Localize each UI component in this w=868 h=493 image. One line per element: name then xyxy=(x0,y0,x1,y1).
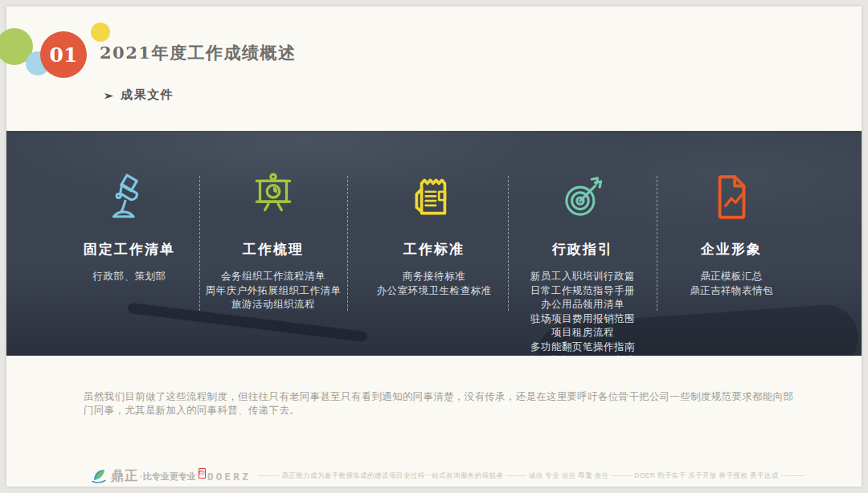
column-item: 办公用品领用清单 xyxy=(506,298,659,312)
brand-name-cn: 鼎正 xyxy=(111,468,138,485)
showcase-column: 行政指引新员工入职培训行政篇日常工作规范指导手册办公用品领用清单驻场项目费用报销… xyxy=(506,171,659,356)
showcase-column: 工作梳理会务组织工作流程清单周年庆户外拓展组织工作清单旅游活动组织流程 xyxy=(197,171,350,312)
column-item: 新员工入职培训行政篇 xyxy=(506,270,659,284)
column-title: 企业形象 xyxy=(655,240,808,259)
decor-circle-yellow xyxy=(91,22,110,42)
column-item: 办公室环境卫生检查标准 xyxy=(358,284,510,299)
slide: 01 2021年度工作成绩概述 ➢ 成果文件 固定工作清单行政部、策划部工作梳理… xyxy=(6,6,862,487)
section-number-badge: 01 xyxy=(40,31,87,78)
column-item-list: 商务接待标准办公室环境卫生检查标准 xyxy=(358,270,510,298)
column-title: 行政指引 xyxy=(506,240,659,259)
arrow-marker-icon: ➢ xyxy=(104,89,114,102)
column-item: 驻场项目费用报销范围 xyxy=(506,312,659,327)
showcase-band: 固定工作清单行政部、策划部工作梳理会务组织工作流程清单周年庆户外拓展组织工作清单… xyxy=(6,131,862,356)
column-item: 打印机扫描、复印方法 xyxy=(506,354,659,356)
column-item: 行政部、策划部 xyxy=(53,270,206,284)
section-heading: ➢ 成果文件 xyxy=(104,88,174,103)
section-heading-label: 成果文件 xyxy=(121,88,174,103)
brand-seal-icon: 印 xyxy=(199,468,206,479)
column-item: 鼎正吉祥物表情包 xyxy=(655,284,808,299)
showcase-column: 企业形象鼎正模板汇总鼎正吉祥物表情包 xyxy=(655,171,808,298)
slide-footer: 鼎正 ·比专业更专业 印 DOERZ -------- 鼎正致力成为基于数据集成… xyxy=(90,466,797,487)
column-title: 工作梳理 xyxy=(197,240,350,259)
presentation-chart-icon xyxy=(247,171,300,226)
column-item: 会务组织工作流程清单 xyxy=(197,270,350,284)
column-item: 日常工作规范指导手册 xyxy=(506,284,659,299)
page-title: 2021年度工作成绩概述 xyxy=(100,42,296,64)
desk-lamp-icon xyxy=(103,171,156,226)
newspaper-icon xyxy=(407,171,461,226)
column-item: 鼎正模板汇总 xyxy=(655,270,808,284)
column-item-list: 行政部、策划部 xyxy=(53,270,206,284)
footer-slogan: -------- 鼎正致力成为基于数据集成的建设项目全过程一站式咨询服务的领航者… xyxy=(259,471,805,481)
column-item: 周年庆户外拓展组织工作清单 xyxy=(197,284,350,299)
column-item-list: 鼎正模板汇总鼎正吉祥物表情包 xyxy=(655,270,808,298)
column-item-list: 新员工入职培训行政篇日常工作规范指导手册办公用品领用清单驻场项目费用报销范围项目… xyxy=(506,270,659,356)
column-item: 项目租房流程 xyxy=(506,326,659,340)
column-title: 工作标准 xyxy=(358,240,510,259)
screenshot-canvas: 01 2021年度工作成绩概述 ➢ 成果文件 固定工作清单行政部、策划部工作梳理… xyxy=(0,0,868,493)
target-dart-icon xyxy=(556,171,609,226)
column-item: 多功能翻页笔操作指南 xyxy=(506,340,659,355)
showcase-column: 工作标准商务接待标准办公室环境卫生检查标准 xyxy=(358,171,510,298)
column-item: 商务接待标准 xyxy=(358,270,510,284)
column-item-list: 会务组织工作流程清单周年庆户外拓展组织工作清单旅游活动组织流程 xyxy=(197,270,350,312)
summary-paragraph: 虽然我们目前做了这些流程制度，但往往只有老同事甚至只有看到通知的同事清楚，没有传… xyxy=(84,390,802,418)
brand-tagline: ·比专业更专业 xyxy=(140,471,196,483)
brand-name-en: DOERZ xyxy=(207,471,251,483)
showcase-column: 固定工作清单行政部、策划部 xyxy=(53,171,206,284)
column-title: 固定工作清单 xyxy=(53,240,206,259)
brand-logo-icon xyxy=(90,467,108,485)
document-chart-icon xyxy=(705,171,758,226)
column-item: 旅游活动组织流程 xyxy=(197,298,350,312)
